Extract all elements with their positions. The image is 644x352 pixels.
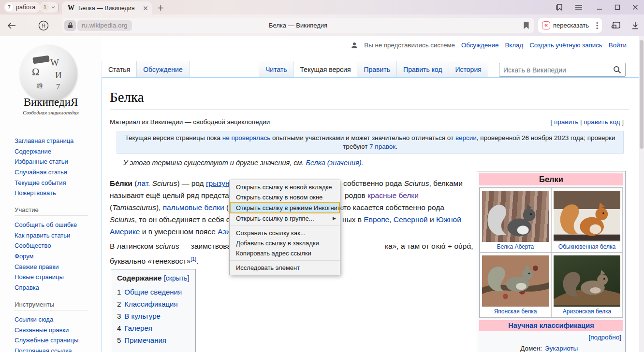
close-tab-icon[interactable] [143,6,148,11]
toc-item[interactable]: 5Примечания [117,334,190,346]
sidebar-item-donate[interactable]: Пожертвовать [15,188,73,198]
address-bar[interactable]: ru.wikipedia.org Белка — Википедия [62,18,534,33]
version-link[interactable]: версии [455,134,477,141]
search-icon[interactable] [613,66,621,74]
side-panel-icon[interactable] [610,20,622,31]
latin-link[interactable]: лат. [137,179,150,187]
taxonomy-row: Домен: Эукариоты [479,344,623,352]
europe-link[interactable]: Европе [364,215,389,224]
sidebar-item-current-events[interactable]: Текущие события [15,178,73,188]
menu-item-save-link-as[interactable]: Сохранить ссылку как... [230,228,340,238]
bookmarks-panel-icon[interactable] [554,2,565,13]
bookmark-icon[interactable] [523,21,529,29]
edits-count-link[interactable]: 7 правок [369,143,395,150]
sidebar-item-help[interactable]: Справка [15,282,77,293]
wiki-search-box[interactable] [499,63,626,77]
menu-item-open-new-tab[interactable]: Открыть ссылку в новой вкладке [230,182,340,192]
article-content: Белка Материал из Википедии — свободной … [102,77,644,352]
sidebar-item-main[interactable]: Заглавная страница [15,136,73,146]
red-squirrel-image[interactable] [554,191,620,242]
wikipedia-wordmark[interactable]: ВикипедиЯ [0,96,102,109]
tab-group-counter[interactable]: 1 [40,2,59,13]
image-caption[interactable]: Японская белка [482,307,549,316]
download-icon[interactable] [629,20,641,31]
classification-header[interactable]: Научная классификация [479,320,623,331]
personal-bar: Вы не представились системе Обсуждение В… [351,42,627,49]
details-link[interactable]: [подробно] [479,331,623,343]
red-squirrels-link[interactable]: красные белки [367,191,419,199]
tab-edit-source[interactable]: Править код [396,61,448,77]
browser-tab[interactable]: W Белка — Википедия [62,1,152,14]
image-caption[interactable]: Аризонская белка [554,307,620,316]
sidebar-item-random[interactable]: Случайная статья [15,167,73,178]
yandex-icon[interactable]: Я [38,20,49,31]
personal-link-discussion[interactable]: Обсуждение [461,42,498,49]
more-options-icon[interactable] [596,22,598,29]
image-caption[interactable]: Обыкновенная белка [554,242,620,251]
america-link[interactable]: Америке [110,227,140,236]
sidebar-item-what-links-here[interactable]: Ссылки сюда [15,314,78,325]
lock-icon[interactable] [64,20,76,31]
toc-item[interactable]: 1Общие сведения [117,286,190,298]
footnote-link[interactable]: [1] [190,256,196,262]
personal-link-create-account[interactable]: Создать учётную запись [529,42,602,49]
asia-link[interactable]: Ази [218,227,230,236]
minimize-icon[interactable] [594,2,605,13]
tab-edit[interactable]: Править [357,61,396,77]
maximize-icon[interactable] [612,2,623,13]
unreviewed-version-notice: Текущая версия страницы пока не проверял… [117,131,624,154]
close-window-icon[interactable] [630,2,641,13]
tab-group-chip[interactable]: 7 работа [4,2,40,13]
edit-source-link[interactable]: править код [584,118,620,126]
tab-discussion[interactable]: Обсуждение [136,61,190,77]
scrollbar-thumb[interactable] [640,40,644,149]
menu-item-open-in-group[interactable]: Открыть ссылку в группе...▶ [230,213,340,224]
toc-item[interactable]: 3В культуре [117,310,190,322]
tab-article[interactable]: Статья [102,61,136,77]
sidebar-item-contents[interactable]: Содержание [15,146,73,157]
image-caption[interactable]: Белка Аберта [482,242,549,251]
menu-item-bookmark-link[interactable]: Добавить ссылку в закладки [230,238,340,248]
abert-squirrel-image[interactable] [482,191,549,242]
tab-current-version[interactable]: Текущая версия [293,61,357,77]
url-text[interactable]: ru.wikipedia.org [77,20,132,31]
sidebar-item-special-pages[interactable]: Служебные страницы [15,335,78,346]
wikipedia-logo[interactable]: W Ω И 7 維 [20,45,77,102]
menu-icon[interactable] [573,2,584,13]
menu-item-open-new-window[interactable]: Открыть ссылку в новом окне [230,192,340,202]
personal-link-login[interactable]: Войти [609,42,627,49]
sidebar-item-how-to-edit[interactable]: Как править статьи [15,230,77,241]
personal-link-contributions[interactable]: Вклад [505,42,523,49]
arizona-squirrel-image[interactable] [554,255,620,307]
sidebar-item-community[interactable]: Сообщество [15,240,77,251]
edit-link[interactable]: править [554,118,578,126]
toc-item[interactable]: 2Классификация [117,298,190,310]
sidebar-item-permanent-link[interactable]: Постоянная ссылка [15,346,78,352]
sidebar-item-forum[interactable]: Форум [15,251,77,262]
rodents-link[interactable]: грызун [206,179,230,187]
sidebar-item-recent-changes[interactable]: Свежие правки [15,262,77,272]
new-tab-button[interactable] [156,3,165,13]
sidebar-item-new-pages[interactable]: Новые страницы [15,272,77,282]
disambiguation-link[interactable]: Белка (значения) [306,159,362,167]
menu-item-copy-link-address[interactable]: Копировать адрес ссылки [230,248,340,258]
tab-history[interactable]: История [449,61,488,77]
toc-item[interactable]: 4Галерея [117,322,190,334]
search-input[interactable] [503,66,613,74]
retell-button[interactable]: « пересказать [538,18,602,33]
south-link[interactable]: Южной [436,215,461,224]
japanese-squirrel-image[interactable] [482,255,549,307]
sidebar-item-related-changes[interactable]: Связанные правки [15,325,78,336]
north-link[interactable]: Северной [394,215,428,224]
back-icon[interactable] [6,20,17,31]
domain-link[interactable]: Эукариоты [545,344,578,352]
page-scrollbar[interactable] [639,36,644,352]
tab-read[interactable]: Читать [259,61,293,77]
menu-item-open-incognito[interactable]: Открыть ссылку в режиме Инкогнито [230,202,340,213]
palm-squirrels-link[interactable]: пальмовые белки [163,203,224,211]
sidebar-item-featured[interactable]: Избранные статьи [15,156,73,167]
not-reviewed-link[interactable]: не проверялась [222,134,270,141]
toc-hide-link[interactable]: [скрыть] [164,274,189,282]
sidebar-item-report-error[interactable]: Сообщить об ошибке [15,220,77,230]
menu-item-inspect-element[interactable]: Исследовать элемент [230,263,340,273]
